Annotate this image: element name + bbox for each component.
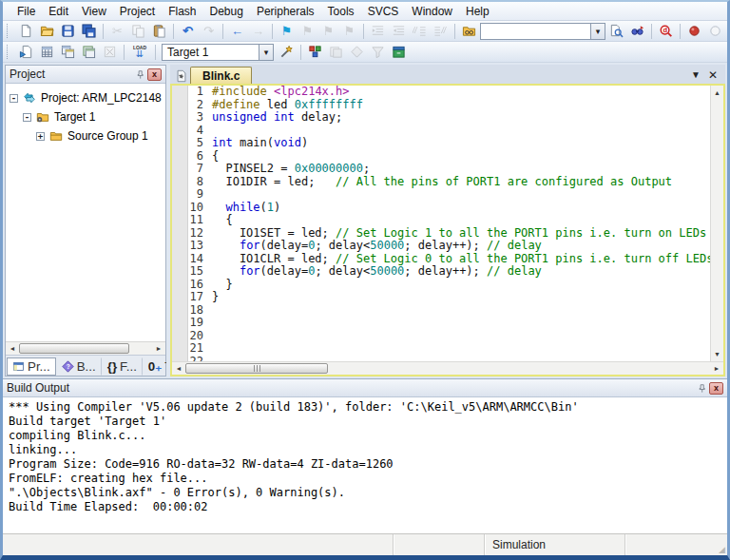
code-line[interactable]: 9 xyxy=(172,188,710,202)
paste-icon[interactable] xyxy=(149,22,169,41)
scrollbar-thumb[interactable] xyxy=(185,363,328,374)
save-all-icon[interactable] xyxy=(79,22,99,41)
menu-svcs[interactable]: SVCS xyxy=(361,3,406,20)
new-file-icon[interactable] xyxy=(16,22,36,41)
menu-project[interactable]: Project xyxy=(113,3,162,20)
toolbar-grip[interactable] xyxy=(7,45,11,59)
pin-icon[interactable] xyxy=(695,381,709,395)
code-line[interactable]: 12 IO1SET = led; // Set Logic 1 to all t… xyxy=(172,227,710,241)
next-bookmark-icon[interactable]: ⚑ xyxy=(318,22,338,41)
editor-hscrollbar[interactable]: ◄ ► xyxy=(172,361,723,375)
stop-build-icon[interactable] xyxy=(100,43,120,62)
project-hscrollbar[interactable]: ◄ ► xyxy=(6,341,165,355)
code-line[interactable]: 13 for(delay=0; delay<50000; delay++); /… xyxy=(172,240,710,253)
scroll-right-icon[interactable]: ► xyxy=(710,362,723,375)
build-icon[interactable] xyxy=(37,43,57,62)
menu-flash[interactable]: Flash xyxy=(162,3,202,20)
code-line[interactable]: 4 xyxy=(172,125,710,138)
pin-icon[interactable] xyxy=(133,68,147,81)
toolbar-grip[interactable] xyxy=(7,24,11,38)
code-line[interactable]: 11 { xyxy=(172,214,710,227)
scroll-right-icon[interactable]: ► xyxy=(152,342,165,355)
chevron-down-icon[interactable]: ▾ xyxy=(590,24,605,39)
code-line[interactable]: 14 IO1CLR = led; // Set Logic 0 to all t… xyxy=(172,253,710,266)
build-output-log[interactable]: *** Using Compiler 'V5.06 update 2 (buil… xyxy=(3,397,727,533)
manage-books-icon[interactable] xyxy=(326,43,346,62)
save-icon[interactable] xyxy=(58,22,78,41)
code-line[interactable]: 2#define led 0xffffffff xyxy=(172,99,710,112)
manage-items-icon[interactable] xyxy=(305,43,325,62)
undo-icon[interactable]: ↶ xyxy=(178,22,198,41)
find-in-files-icon[interactable] xyxy=(459,22,479,41)
redo-icon[interactable]: ↷ xyxy=(199,22,219,41)
menu-tools[interactable]: Tools xyxy=(321,3,361,20)
code-line[interactable]: 19 xyxy=(172,317,710,330)
load-icon[interactable]: LOAD⇊ xyxy=(128,43,151,62)
panel-tab-pr[interactable]: Pr... xyxy=(7,357,56,376)
options-target-icon[interactable] xyxy=(277,43,297,62)
incremental-find-icon[interactable] xyxy=(627,22,647,41)
window-list-icon[interactable]: ▼ xyxy=(691,70,701,80)
breakpoint-icon[interactable] xyxy=(684,22,704,41)
tree-node[interactable]: +Source Group 1 xyxy=(10,126,163,145)
code-line[interactable]: 5int main(void) xyxy=(172,137,710,150)
code-line[interactable]: 10 while(1) xyxy=(172,202,710,215)
menu-window[interactable]: Window xyxy=(405,3,459,20)
clear-bookmarks-icon[interactable]: ⚑ xyxy=(339,22,359,41)
close-icon[interactable]: x xyxy=(709,382,723,395)
tree-node[interactable]: -Project: ARM_LPC2148 xyxy=(10,88,163,107)
code-line[interactable]: 16 } xyxy=(172,279,710,292)
resize-grip[interactable]: ◢ xyxy=(710,534,727,555)
copy-icon[interactable] xyxy=(128,22,148,41)
code-line[interactable]: 7 PINSEL2 = 0x00000000; xyxy=(172,163,710,176)
outdent-icon[interactable] xyxy=(389,22,409,41)
panel-tab-b[interactable]: ?B... xyxy=(56,357,102,376)
back-icon[interactable]: ← xyxy=(227,22,247,41)
scroll-left-icon[interactable]: ◄ xyxy=(172,362,185,375)
menu-file[interactable]: File xyxy=(10,3,42,20)
start-debug-icon[interactable]: d xyxy=(656,22,676,41)
forward-icon[interactable]: → xyxy=(248,22,268,41)
collapse-icon[interactable]: - xyxy=(10,94,18,103)
indent-icon[interactable] xyxy=(368,22,388,41)
enable-breakpoint-icon[interactable] xyxy=(705,22,725,41)
code-line[interactable]: 18 xyxy=(172,304,710,318)
code-line[interactable]: 1#include <lpc214x.h> xyxy=(172,86,710,99)
batch-build-icon[interactable] xyxy=(79,43,99,62)
collapse-icon[interactable]: - xyxy=(23,113,31,122)
scroll-up-icon[interactable]: ▲ xyxy=(711,87,724,99)
prev-bookmark-icon[interactable]: ⚑ xyxy=(298,22,317,41)
target-select[interactable]: Target 1▾ xyxy=(162,44,274,61)
panel-tab-f[interactable]: {}F... xyxy=(102,357,143,376)
scroll-left-icon[interactable]: ◄ xyxy=(6,342,19,355)
cut-icon[interactable]: ✂ xyxy=(107,22,127,41)
close-icon[interactable]: x xyxy=(147,68,162,81)
menu-peripherals[interactable]: Peripherals xyxy=(250,3,321,20)
environment-icon[interactable] xyxy=(368,43,388,62)
code-line[interactable]: 15 for(delay=0; delay<50000; delay++); /… xyxy=(172,265,710,279)
code-line[interactable]: 8 IO1DIR = led; // All the pins of PORT1… xyxy=(172,176,710,189)
expand-icon[interactable]: + xyxy=(36,132,45,141)
rebuild-icon[interactable] xyxy=(58,43,78,62)
tab-blink-c[interactable]: Blink.c xyxy=(190,67,252,84)
chevron-down-icon[interactable]: ▾ xyxy=(259,45,273,60)
code-line[interactable]: 6{ xyxy=(172,150,710,164)
file-extensions-icon[interactable] xyxy=(347,43,367,62)
tree-node[interactable]: -Target 1 xyxy=(10,107,163,126)
code-line[interactable]: 22 xyxy=(172,356,710,362)
search-input[interactable] xyxy=(481,24,590,39)
find-in-files-doc-icon[interactable] xyxy=(606,22,626,41)
code-line[interactable]: 21 xyxy=(172,342,710,356)
comment-icon[interactable]: // xyxy=(410,22,430,41)
menu-edit[interactable]: Edit xyxy=(42,3,75,20)
code-line[interactable]: 20 xyxy=(172,330,710,343)
menu-view[interactable]: View xyxy=(75,3,113,20)
bookmark-icon[interactable]: ⚑ xyxy=(277,22,297,41)
translate-icon[interactable] xyxy=(16,43,36,62)
code-line[interactable]: 17} xyxy=(172,291,710,304)
menu-help[interactable]: Help xyxy=(459,3,496,20)
menu-debug[interactable]: Debug xyxy=(203,3,250,20)
code-line[interactable]: 3unsigned int delay; xyxy=(172,111,710,125)
disable-all-breakpoints-icon[interactable] xyxy=(726,22,730,41)
code-editor[interactable]: 1#include <lpc214x.h>2#define led 0xffff… xyxy=(172,86,710,361)
